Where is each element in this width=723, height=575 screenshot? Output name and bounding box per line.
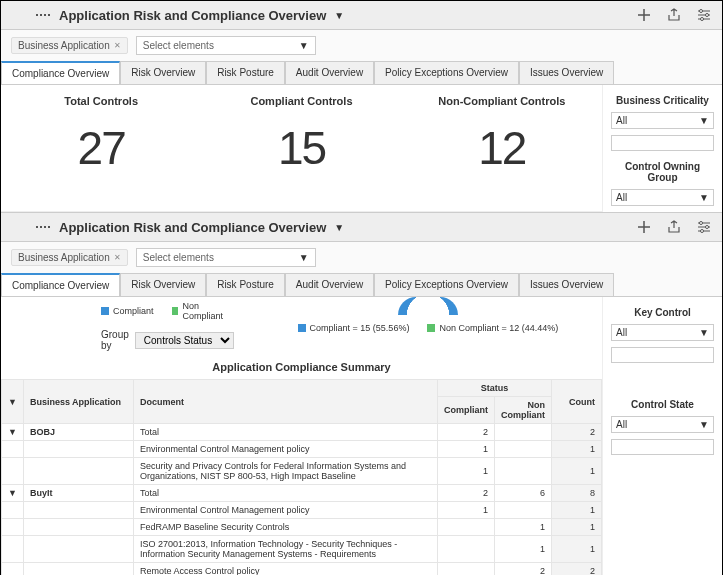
header-bar-top: Application Risk and Compliance Overview… [1,1,722,30]
cell-noncompliant [495,441,552,458]
donut-chart-fragment [398,297,458,315]
chevron-down-icon: ▼ [699,192,709,203]
filter-row-top: Business Application ✕ Select elements ▼ [1,30,722,61]
close-icon[interactable]: ✕ [114,41,121,50]
cell-app [23,536,133,563]
filter-label-business-criticality: Business Criticality [611,95,714,106]
select-elements-dropdown[interactable]: Select elements ▼ [136,248,316,267]
tab-issues-overview[interactable]: Issues Overview [519,61,614,84]
cell-compliant: 1 [438,502,495,519]
filter-select-business-criticality[interactable]: All▼ [611,112,714,129]
menu-icon[interactable] [11,219,27,235]
add-icon[interactable] [636,219,652,235]
select-elements-dropdown[interactable]: Select elements ▼ [136,36,316,55]
page-title: Application Risk and Compliance Overview [59,220,326,235]
filter-select-key-control[interactable]: All▼ [611,324,714,341]
cell-noncompliant: 2 [495,563,552,576]
cell-noncompliant: 6 [495,485,552,502]
cell-count: 1 [552,502,602,519]
expand-icon[interactable]: ▼ [2,485,24,502]
compliance-summary-table: ▼ Business Application Document Status C… [1,379,602,575]
tab-compliance-overview[interactable]: Compliance Overview [1,61,120,84]
cell-document: Environmental Control Management policy [133,441,437,458]
tab-compliance-overview[interactable]: Compliance Overview [1,273,120,296]
filter-select-control-owning-group[interactable]: All▼ [611,189,714,206]
tab-audit-overview[interactable]: Audit Overview [285,273,374,296]
title-dropdown-icon[interactable]: ▼ [334,10,344,21]
close-icon[interactable]: ✕ [114,253,121,262]
col-expand[interactable]: ▼ [2,380,24,424]
cell-count: 1 [552,441,602,458]
legend-noncompliant: Non Compliant [172,301,234,321]
expand-icon[interactable]: ▼ [2,424,24,441]
share-icon[interactable] [666,7,682,23]
header-bar-bottom: Application Risk and Compliance Overview… [1,212,722,242]
table-row[interactable]: ▼BOBJTotal22 [2,424,602,441]
svg-point-0 [700,10,703,13]
tabs-bottom: Compliance OverviewRisk OverviewRisk Pos… [1,273,722,297]
tab-risk-overview[interactable]: Risk Overview [120,273,206,296]
filter-token-label: Business Application [18,252,110,263]
col-business-application[interactable]: Business Application [23,380,133,424]
settings-sliders-icon[interactable] [696,219,712,235]
tab-risk-posture[interactable]: Risk Posture [206,273,285,296]
cell-count: 1 [552,536,602,563]
table-row[interactable]: Security and Privacy Controls for Federa… [2,458,602,485]
table-row[interactable]: ISO 27001:2013, Information Technology -… [2,536,602,563]
cell-compliant: 2 [438,485,495,502]
stat-value: 12 [402,121,602,175]
cell-document: Environmental Control Management policy [133,502,437,519]
chevron-down-icon: ▼ [699,327,709,338]
cell-document: Total [133,485,437,502]
col-count[interactable]: Count [552,380,602,424]
filter-token-business-application[interactable]: Business Application ✕ [11,37,128,54]
table-row[interactable]: Environmental Control Management policy1… [2,441,602,458]
legend-compliant: Compliant [101,306,154,316]
tabs-top: Compliance OverviewRisk OverviewRisk Pos… [1,61,722,85]
tab-audit-overview[interactable]: Audit Overview [285,61,374,84]
stat-total-controls: Total Controls 27 [1,85,201,211]
cell-app [23,441,133,458]
select-placeholder: Select elements [143,40,214,51]
settings-sliders-icon[interactable] [696,7,712,23]
title-dropdown-icon[interactable]: ▼ [334,222,344,233]
groupby-label: Group by [101,329,129,351]
cell-document: ISO 27001:2013, Information Technology -… [133,536,437,563]
filter-blank[interactable] [611,439,714,455]
groupby-select[interactable]: Controls Status [135,332,234,349]
tab-policy-exceptions-overview[interactable]: Policy Exceptions Overview [374,61,519,84]
stat-value: 15 [201,121,401,175]
share-icon[interactable] [666,219,682,235]
filter-blank[interactable] [611,135,714,151]
tab-risk-posture[interactable]: Risk Posture [206,61,285,84]
cell-document: Total [133,424,437,441]
tab-risk-overview[interactable]: Risk Overview [120,61,206,84]
filter-select-control-state[interactable]: All▼ [611,416,714,433]
table-row[interactable]: Remote Access Control policy22 [2,563,602,576]
dashboard-grid-icon[interactable] [35,7,51,23]
stat-noncompliant-controls: Non-Compliant Controls 12 [402,85,602,211]
menu-icon[interactable] [11,7,27,23]
col-compliant[interactable]: Compliant [438,397,495,424]
tab-policy-exceptions-overview[interactable]: Policy Exceptions Overview [374,273,519,296]
col-document[interactable]: Document [133,380,437,424]
add-icon[interactable] [636,7,652,23]
chevron-down-icon: ▼ [699,419,709,430]
tab-issues-overview[interactable]: Issues Overview [519,273,614,296]
cell-count: 1 [552,519,602,536]
filter-token-business-application[interactable]: Business Application ✕ [11,249,128,266]
stat-value: 27 [1,121,201,175]
chevron-down-icon: ▼ [299,40,309,51]
filter-blank[interactable] [611,347,714,363]
table-row[interactable]: Environmental Control Management policy1… [2,502,602,519]
filter-token-label: Business Application [18,40,110,51]
dashboard-grid-icon[interactable] [35,219,51,235]
col-status[interactable]: Status [438,380,552,397]
table-row[interactable]: FedRAMP Baseline Security Controls11 [2,519,602,536]
cell-app: BOBJ [23,424,133,441]
table-row[interactable]: ▼BuyItTotal268 [2,485,602,502]
cell-noncompliant: 1 [495,536,552,563]
cell-app [23,458,133,485]
col-noncompliant[interactable]: Non Compliant [495,397,552,424]
cell-count: 2 [552,563,602,576]
